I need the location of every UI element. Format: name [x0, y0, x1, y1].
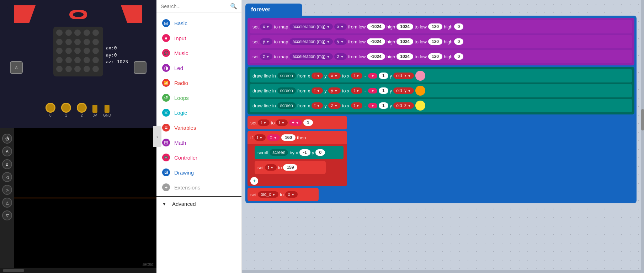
sidebar-item-music[interactable]: 🎧 Music — [156, 46, 241, 60]
axis-z-dropdown[interactable]: z ▼ — [334, 53, 347, 60]
btn-up[interactable]: △ — [2, 198, 12, 208]
from-low-x[interactable]: -1024 — [367, 23, 385, 30]
t-val-dropdown[interactable]: t ▼ — [276, 119, 287, 126]
accel-x-dropdown[interactable]: acceleration (mg) ▼ — [289, 23, 333, 30]
set-t-var[interactable]: t ▼ — [258, 119, 269, 126]
scroll-screen[interactable]: screen — [270, 149, 288, 156]
z-var-from[interactable]: z ▼ — [328, 102, 341, 109]
sidebar-item-loops[interactable]: ↺ Loops — [156, 90, 241, 105]
scroll-block[interactable]: scroll screen by x -1 y 0 — [255, 146, 344, 159]
collapse-panel-button[interactable]: ‹ — [153, 126, 161, 147]
high-y[interactable]: 1024 — [396, 38, 413, 45]
set-x-block[interactable]: set x ▼ to map acceleration (mg) ▼ x ▼ f… — [250, 20, 632, 33]
draw-line-y-block[interactable]: draw line in screen from x t ▼ y y ▼ to … — [250, 84, 632, 97]
t-var-4[interactable]: t ▼ — [351, 87, 362, 94]
accel-y-dropdown[interactable]: acceleration (mg) ▼ — [289, 38, 333, 45]
btn-b[interactable]: B — [2, 159, 12, 169]
sidebar-item-extensions[interactable]: + Extensions — [156, 180, 241, 195]
y-var-from[interactable]: y ▼ — [328, 87, 341, 94]
minus-dropdown-2[interactable]: ▼ — [368, 88, 377, 93]
t-var-2[interactable]: t ▼ — [351, 73, 362, 79]
sidebar-item-math[interactable]: ⊞ Math — [156, 135, 241, 150]
val-1-z[interactable]: 1 — [379, 102, 388, 109]
to-high-y[interactable]: 0 — [454, 38, 464, 45]
scroll-y-val[interactable]: 0 — [315, 149, 325, 156]
sidebar-item-logic[interactable]: ✕ Logic — [156, 105, 241, 120]
microbit-button-a[interactable]: A — [10, 61, 23, 74]
color-picker-z[interactable] — [415, 101, 425, 111]
sidebar-item-advanced[interactable]: ▼ Advanced — [156, 197, 241, 210]
set-z-block[interactable]: set z ▼ to map acceleration (mg) ▼ z ▼ f… — [250, 50, 632, 63]
var-x-dropdown[interactable]: x ▼ — [260, 23, 272, 30]
scroll-thumb[interactable] — [641, 109, 644, 130]
btn-left[interactable]: ◁ — [2, 172, 12, 182]
console-scrollbar[interactable] — [0, 268, 156, 273]
t-var-1[interactable]: t ▼ — [312, 73, 323, 79]
microbit-button-b[interactable] — [134, 61, 147, 74]
val-1-y[interactable]: 1 — [379, 87, 388, 94]
console-scroll-thumb[interactable] — [3, 269, 24, 272]
t-var-3[interactable]: t ▼ — [312, 87, 323, 94]
sidebar-item-drawing[interactable]: 🖼 Drawing — [156, 165, 241, 180]
high-x[interactable]: 1024 — [396, 23, 413, 30]
draw-line-z-block[interactable]: draw line in screen from x t ▼ y z ▼ to … — [250, 99, 632, 112]
screen-dropdown-2[interactable]: screen — [277, 87, 296, 94]
btn-a[interactable]: A — [2, 146, 12, 156]
x-val-dropdown[interactable]: x ▼ — [285, 191, 298, 198]
if-val[interactable]: 160 — [281, 134, 296, 141]
sidebar-item-basic[interactable]: ⊞ Basic — [156, 16, 241, 31]
old-x-set-var[interactable]: old_x ▼ — [258, 191, 278, 198]
color-picker-y[interactable] — [415, 86, 425, 96]
set-t-159-var[interactable]: t ▼ — [265, 164, 276, 171]
set-y-block[interactable]: set y ▼ to map acceleration (mg) ▼ y ▼ f… — [250, 35, 632, 48]
sidebar-item-input[interactable]: ● Input — [156, 31, 241, 46]
set-t-159-block[interactable]: set t ▼ to 159 — [255, 161, 326, 174]
draw-line-x-block[interactable]: draw line in screen from x t ▼ y x ▼ to … — [250, 69, 632, 82]
btn-down[interactable]: ▽ — [2, 210, 12, 220]
high-z[interactable]: 1024 — [396, 53, 413, 60]
x-var-from[interactable]: x ▼ — [328, 73, 341, 79]
old-x-var[interactable]: old_x ▼ — [393, 73, 414, 79]
axis-x-dropdown[interactable]: x ▼ — [334, 23, 347, 30]
power-btn[interactable]: ⏻ — [2, 134, 12, 144]
axis-y-dropdown[interactable]: y ▼ — [334, 38, 347, 45]
accel-z-dropdown[interactable]: acceleration (mg) ▼ — [289, 53, 333, 60]
add-branch-button[interactable]: + — [250, 177, 258, 185]
search-input[interactable] — [161, 4, 227, 9]
sidebar-item-variables[interactable]: ≡ Variables — [156, 120, 241, 135]
var-z-dropdown[interactable]: z ▼ — [260, 53, 272, 60]
horizontal-scrollbar[interactable] — [242, 270, 641, 273]
if-t-var[interactable]: t ▼ — [254, 134, 266, 141]
if-block[interactable]: if t ▼ = ▼ 160 then — [248, 131, 347, 144]
minus-dropdown-3[interactable]: ▼ — [368, 103, 377, 108]
from-low-z[interactable]: -1024 — [367, 53, 385, 60]
to-high-z[interactable]: 0 — [454, 53, 464, 60]
vertical-scrollbar[interactable] — [641, 0, 644, 273]
eq-operator[interactable]: = ▼ — [267, 134, 280, 141]
scroll-x-val[interactable]: -1 — [299, 149, 310, 156]
to-low-x[interactable]: 120 — [428, 23, 442, 30]
t-var-5[interactable]: t ▼ — [312, 102, 323, 109]
to-low-z[interactable]: 120 — [428, 53, 442, 60]
sidebar-item-led[interactable]: ◑ Led — [156, 60, 241, 75]
var-y-dropdown[interactable]: y ▼ — [260, 38, 272, 45]
sidebar-item-radio[interactable]: 📶 Radio — [156, 75, 241, 90]
old-z-var[interactable]: old_z ▼ — [393, 102, 414, 109]
set-old-x-block[interactable]: set old_x ▼ to x ▼ — [248, 188, 319, 201]
to-low-y[interactable]: 120 — [428, 38, 442, 45]
to-high-x[interactable]: 0 — [454, 23, 464, 30]
increment-val[interactable]: 1 — [303, 119, 313, 126]
val-159[interactable]: 159 — [283, 164, 297, 171]
t-var-6[interactable]: t ▼ — [351, 102, 362, 109]
old-y-var[interactable]: old_y ▼ — [393, 87, 414, 94]
sidebar-item-controller[interactable]: 🎮 Controller — [156, 150, 241, 165]
screen-dropdown-1[interactable]: screen — [277, 73, 296, 79]
plus-operator[interactable]: + ▼ — [289, 119, 302, 126]
from-low-y[interactable]: -1024 — [367, 38, 385, 45]
minus-dropdown-1[interactable]: ▼ — [368, 73, 377, 79]
set-t-plus-block[interactable]: set t ▼ to t ▼ + ▼ 1 — [248, 116, 347, 129]
btn-right[interactable]: ▷ — [2, 185, 12, 195]
color-picker-x[interactable] — [415, 71, 425, 81]
screen-dropdown-3[interactable]: screen — [277, 102, 296, 109]
val-1-x[interactable]: 1 — [379, 73, 388, 79]
